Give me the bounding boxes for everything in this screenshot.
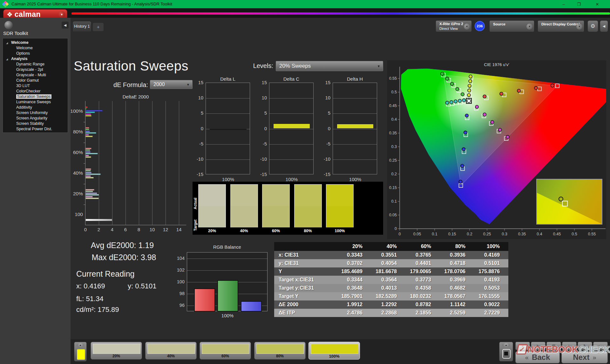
sidebar-item-screen-stability[interactable]: Screen Stability: [3, 121, 68, 126]
y-tick-label: 96: [173, 303, 185, 308]
sidebar-item-label: Screen Uniformity: [16, 111, 48, 115]
x-tick-label: 0.15: [448, 232, 456, 236]
cyan-de-bar: [85, 111, 95, 113]
de-formula-dropdown[interactable]: 2000▼: [150, 80, 193, 89]
level-button-80%[interactable]: 80%: [254, 342, 306, 360]
levels-dropdown[interactable]: 20% Sweeps▼: [276, 61, 383, 71]
blue-measured-point: [464, 131, 467, 134]
yellow-measured-point: [467, 93, 471, 97]
sidebar-item-spectral-power-dist-[interactable]: Spectral Power Dist.: [3, 126, 68, 132]
sidebar-item-screen-angularity[interactable]: Screen Angularity: [3, 116, 68, 121]
table-cell: 0.3969: [439, 276, 474, 284]
display-control-selector[interactable]: Direct Display Control ▼: [538, 20, 584, 32]
magenta-measured-point: [498, 128, 502, 131]
source-status-bar: [490, 21, 491, 32]
level-button-label: 80%: [254, 354, 305, 358]
pattern-window-panel[interactable]: ▲: [499, 342, 513, 361]
gear-icon[interactable]: ⚙: [587, 20, 598, 32]
calman-logo-text: calman: [15, 10, 41, 19]
tree-expand-icon[interactable]: ◢: [6, 57, 8, 62]
notebookcheck-logo-icon: ✓: [516, 344, 528, 354]
x-tick-label: 0: [399, 232, 401, 236]
table-row: ΔE ITP2.47862.28682.18552.52592.7229: [274, 309, 508, 317]
level-button-100%[interactable]: 100%: [308, 342, 360, 360]
sidebar-item-welcome[interactable]: ◢Welcome: [3, 40, 68, 45]
sidebar-item-screen-uniformity[interactable]: Screen Uniformity: [3, 110, 68, 116]
x-tick-label: 0.4: [537, 232, 542, 236]
rgb-balance-chart: 1041021009896100%: [187, 252, 268, 311]
sidebar-item-welcome[interactable]: Welcome: [3, 45, 68, 51]
sidebar-item-additivity[interactable]: Additivity: [3, 105, 68, 110]
sidebar-collapse-icon[interactable]: ◀: [62, 22, 69, 29]
sidebar-item-dynamic-range[interactable]: Dynamic Range: [3, 62, 68, 67]
toolbar-collapse-icon[interactable]: ◀: [600, 20, 608, 32]
red-measured-point: [483, 95, 486, 98]
source-dropdown-icon[interactable]: ▼: [526, 24, 532, 30]
delta_h-bar: [337, 124, 374, 129]
panel-up-arrow-icon[interactable]: ▲: [502, 343, 510, 347]
results-table: 20%40%60%80%100%x: CIE310.33430.35510.37…: [274, 242, 508, 317]
table-cell: 1.9912: [336, 300, 371, 309]
minimize-button[interactable]: –: [557, 0, 571, 8]
sidebar-item-options[interactable]: Options: [3, 51, 68, 56]
panel-up-arrow-icon[interactable]: ▲: [77, 343, 84, 347]
gridline: [166, 101, 166, 225]
display-control-dropdown-icon[interactable]: ▼: [576, 24, 582, 30]
table-cell: 0.4193: [474, 276, 508, 284]
gridline: [187, 259, 267, 259]
target-swatch: [199, 206, 226, 227]
table-row: x: CIE310.33430.35510.37650.39360.4169: [274, 251, 508, 259]
swatch-label: 100%: [326, 229, 354, 233]
sidebar-item-3d-lut[interactable]: 3D LUT: [3, 83, 68, 89]
y-tick-label: 0.2: [391, 172, 397, 176]
sidebar-item-grayscale-multi[interactable]: Grayscale - Multi: [3, 72, 68, 78]
sidebar-item-label: Grayscale - 2pt: [16, 67, 43, 72]
gridline: [206, 159, 250, 160]
sidebar-item-label: Options: [16, 51, 30, 56]
maximize-button[interactable]: ❐: [572, 0, 586, 8]
current-color-panel[interactable]: ▲: [74, 342, 87, 361]
level-button-60%[interactable]: 60%: [200, 342, 251, 360]
sidebar-item-color-gamut[interactable]: Color Gamut: [3, 78, 68, 83]
y-tick-label: 104: [173, 256, 185, 261]
calman-menu-arrow-icon[interactable]: ▼: [58, 11, 65, 18]
y-tick-label: -15: [191, 172, 203, 177]
green-measured-point: [441, 72, 444, 75]
add-tab-button[interactable]: +: [93, 23, 104, 31]
sidebar-item-colorchecker[interactable]: ColorChecker: [3, 89, 68, 94]
r-balance-bar: [194, 288, 215, 312]
rgb-balance-chart-title: RGB Balance: [187, 245, 268, 250]
meter-selector[interactable]: X-Rite i1Pro 2 Direct View ▼: [436, 20, 472, 32]
level-button-label: 40%: [146, 354, 196, 358]
swatch-60%: [262, 184, 290, 227]
current-color-swatch: [77, 349, 85, 360]
tree-expand-icon[interactable]: ◢: [6, 40, 8, 46]
blue-de-bar: [85, 172, 92, 173]
table-cell: 0.4401: [405, 259, 439, 267]
table-cell: 179.0065: [405, 267, 439, 276]
level-swatch: [256, 344, 304, 354]
delta-l-chart: 151050-5-10-15100%: [206, 83, 250, 174]
level-button-20%[interactable]: 20%: [91, 342, 142, 360]
x-tick-label: 14: [174, 227, 184, 232]
meter-count-badge[interactable]: 236: [475, 21, 485, 31]
pattern-window-icon[interactable]: [502, 349, 511, 359]
current-fl: fL: 51.34: [76, 295, 104, 303]
meter-dropdown-icon[interactable]: ▼: [464, 24, 470, 30]
swatch-40%: [230, 184, 258, 227]
sidebar-item-analysis[interactable]: ◢Analysis: [3, 56, 68, 62]
deltae2000-chart: 02468101214100%80%60%40%20%100: [85, 101, 186, 225]
source-selector[interactable]: Source ▼: [489, 20, 534, 32]
sidebar-orb-button[interactable]: [4, 21, 13, 29]
sidebar-item-saturation-sweeps[interactable]: Saturation Sweeps: [3, 94, 68, 99]
level-button-40%[interactable]: 40%: [145, 342, 197, 360]
tab-history-1[interactable]: History 1: [72, 21, 92, 31]
sidebar-item-luminance-sweeps[interactable]: Luminance Sweeps: [3, 99, 68, 105]
table-cell: 181.6678: [371, 267, 405, 276]
close-button[interactable]: ✕: [590, 0, 604, 8]
actual-target-swatch-strip: Actual Target 20%40%60%80%100%: [193, 182, 383, 235]
blue-de-bar: [85, 110, 103, 111]
target-swatch: [262, 206, 289, 227]
sidebar-item-grayscale-2pt[interactable]: Grayscale - 2pt: [3, 67, 68, 72]
meter-mode: Direct View: [439, 27, 458, 30]
